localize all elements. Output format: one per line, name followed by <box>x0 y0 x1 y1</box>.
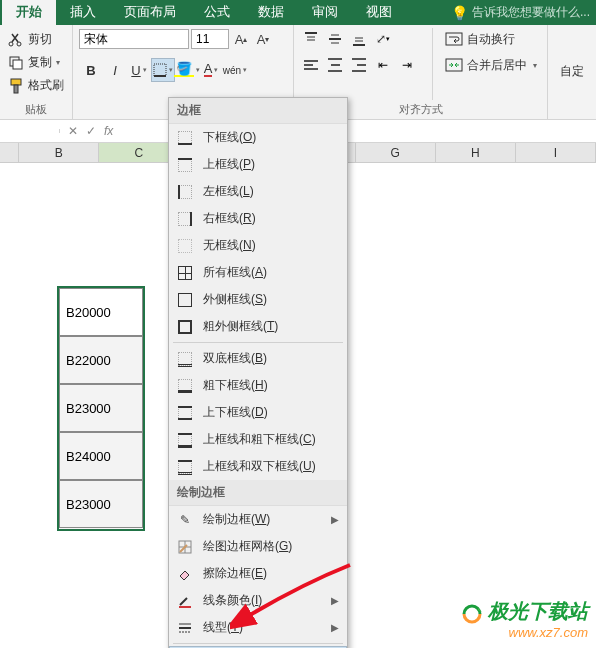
format-painter-button[interactable]: 格式刷 <box>6 76 66 95</box>
col-header-a-partial[interactable] <box>0 143 19 162</box>
svg-point-1 <box>17 42 21 46</box>
tab-view[interactable]: 视图 <box>352 0 406 25</box>
menu-border-item[interactable]: 左框线(L) <box>169 178 347 205</box>
pencil-grid-icon <box>177 539 193 555</box>
svg-rect-3 <box>13 60 22 69</box>
decrease-font-button[interactable]: A▾ <box>253 28 273 50</box>
menu-border-item[interactable]: 所有框线(A) <box>169 259 347 286</box>
border-type-icon <box>177 211 193 227</box>
menu-separator <box>173 643 343 644</box>
custom-button[interactable]: 自定 <box>554 28 590 115</box>
menu-border-item[interactable]: 粗下框线(H) <box>169 372 347 399</box>
svg-rect-4 <box>11 79 21 85</box>
font-name-select[interactable] <box>79 29 189 49</box>
align-middle-button[interactable] <box>324 28 346 50</box>
menu-separator <box>173 342 343 343</box>
tab-review[interactable]: 审阅 <box>298 0 352 25</box>
menu-border-item[interactable]: 双底框线(B) <box>169 345 347 372</box>
watermark-logo-icon <box>460 600 484 624</box>
menu-erase-border[interactable]: 擦除边框(E) <box>169 560 347 587</box>
menu-draw-grid[interactable]: 绘图边框网格(G) <box>169 533 347 560</box>
tab-insert[interactable]: 插入 <box>56 0 110 25</box>
menu-line-style[interactable]: 线型(Y) ▶ <box>169 614 347 641</box>
border-type-icon <box>177 319 193 335</box>
align-center-button[interactable] <box>324 54 346 76</box>
tab-strip: 开始 插入 页面布局 公式 数据 审阅 视图 <box>0 0 406 25</box>
chevron-right-icon: ▶ <box>331 622 339 633</box>
svg-rect-18 <box>446 59 462 71</box>
fx-icon[interactable]: fx <box>104 124 113 138</box>
border-type-icon <box>177 292 193 308</box>
border-type-icon <box>177 184 193 200</box>
col-header-i[interactable]: I <box>516 143 596 162</box>
dropdown-header-draw: 绘制边框 <box>169 480 347 506</box>
fx-confirm-icon[interactable]: ✓ <box>86 124 96 138</box>
bold-button[interactable]: B <box>79 58 103 82</box>
painter-label: 格式刷 <box>28 77 64 94</box>
cut-button[interactable]: 剪切 <box>6 30 66 49</box>
cell[interactable]: B20000 <box>59 288 143 336</box>
copy-button[interactable]: 复制▾ <box>6 53 66 72</box>
tab-layout[interactable]: 页面布局 <box>110 0 190 25</box>
tab-data[interactable]: 数据 <box>244 0 298 25</box>
menu-border-item[interactable]: 上框线和粗下框线(C) <box>169 426 347 453</box>
border-dropdown-menu: 边框 下框线(O)上框线(P)左框线(L)右框线(R)无框线(N)所有框线(A)… <box>168 97 348 648</box>
font-size-select[interactable] <box>191 29 229 49</box>
border-icon <box>153 63 167 77</box>
menu-border-item[interactable]: 下框线(O) <box>169 124 347 151</box>
phonetic-button[interactable]: wén▾ <box>223 58 247 82</box>
font-color-button[interactable]: A▾ <box>199 58 223 82</box>
menu-border-item[interactable]: 上下框线(D) <box>169 399 347 426</box>
merge-label: 合并后居中 <box>467 57 527 74</box>
increase-font-button[interactable]: A▴ <box>231 28 251 50</box>
align-left-button[interactable] <box>300 54 322 76</box>
border-type-icon <box>177 265 193 281</box>
underline-button[interactable]: U▾ <box>127 58 151 82</box>
italic-button[interactable]: I <box>103 58 127 82</box>
align-top-button[interactable] <box>300 28 322 50</box>
copy-label: 复制 <box>28 54 52 71</box>
menu-border-item[interactable]: 上框线和双下框线(U) <box>169 453 347 480</box>
svg-rect-17 <box>446 33 462 45</box>
fill-color-button[interactable]: 🪣▾ <box>175 58 199 82</box>
fx-cancel-icon[interactable]: ✕ <box>68 124 78 138</box>
hint-text: 告诉我您想要做什么... <box>472 4 590 21</box>
chevron-right-icon: ▶ <box>331 595 339 606</box>
menu-border-item[interactable]: 上框线(P) <box>169 151 347 178</box>
svg-rect-5 <box>14 85 18 93</box>
cell[interactable]: B24000 <box>59 432 143 480</box>
decrease-indent-button[interactable]: ⇤ <box>372 54 394 76</box>
wrap-icon <box>445 30 463 48</box>
border-button[interactable]: ▾ <box>151 58 175 82</box>
name-box[interactable] <box>0 129 60 133</box>
bulb-icon: 💡 <box>451 5 468 21</box>
titlebar: 开始 插入 页面布局 公式 数据 审阅 视图 💡 告诉我您想要做什么... <box>0 0 596 25</box>
cell[interactable]: B22000 <box>59 336 143 384</box>
menu-border-item[interactable]: 粗外侧框线(T) <box>169 313 347 340</box>
tell-me-hint[interactable]: 💡 告诉我您想要做什么... <box>451 0 596 25</box>
orientation-button[interactable]: ⤢▾ <box>372 28 394 50</box>
border-type-icon <box>177 130 193 146</box>
menu-border-item[interactable]: 右框线(R) <box>169 205 347 232</box>
border-type-icon <box>177 157 193 173</box>
menu-line-color[interactable]: 线条颜色(I) ▶ <box>169 587 347 614</box>
menu-draw-border[interactable]: ✎ 绘制边框(W) ▶ <box>169 506 347 533</box>
border-type-icon <box>177 238 193 254</box>
col-header-h[interactable]: H <box>436 143 516 162</box>
clipboard-group-label: 贴板 <box>6 100 66 117</box>
menu-border-item[interactable]: 无框线(N) <box>169 232 347 259</box>
line-style-icon <box>177 620 193 636</box>
align-bottom-button[interactable] <box>348 28 370 50</box>
col-header-g[interactable]: G <box>356 143 436 162</box>
cell[interactable]: B23000 <box>59 480 143 528</box>
align-right-button[interactable] <box>348 54 370 76</box>
eraser-icon <box>177 566 193 582</box>
tab-formulas[interactable]: 公式 <box>190 0 244 25</box>
increase-indent-button[interactable]: ⇥ <box>396 54 418 76</box>
wrap-text-button[interactable]: 自动换行 <box>441 28 541 50</box>
col-header-b[interactable]: B <box>19 143 99 162</box>
menu-border-item[interactable]: 外侧框线(S) <box>169 286 347 313</box>
cell[interactable]: B23000 <box>59 384 143 432</box>
merge-center-button[interactable]: 合并后居中▾ <box>441 54 541 76</box>
tab-home[interactable]: 开始 <box>2 0 56 25</box>
